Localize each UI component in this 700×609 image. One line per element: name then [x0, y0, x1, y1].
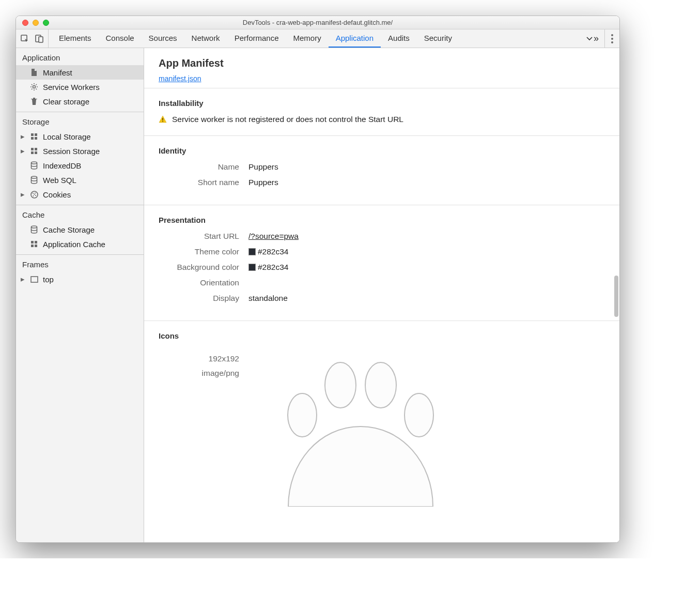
section-title: Icons: [159, 331, 605, 340]
label-orientation: Orientation: [159, 278, 239, 287]
svg-rect-25: [31, 277, 38, 282]
tab-audits[interactable]: Audits: [381, 29, 417, 48]
section-title: Identity: [159, 146, 605, 155]
svg-point-18: [33, 195, 34, 196]
value-display: standalone: [248, 294, 288, 303]
sidebar-item-indexeddb[interactable]: ▸IndexedDB: [16, 158, 144, 173]
tab-performance[interactable]: Performance: [227, 29, 286, 48]
section-title: Presentation: [159, 216, 605, 224]
sidebar-item-manifest[interactable]: ▸Manifest: [16, 65, 144, 80]
svg-point-20: [32, 226, 37, 228]
sidebar-item-label: top: [43, 275, 54, 284]
tab-network[interactable]: Network: [184, 29, 227, 48]
svg-point-17: [35, 195, 36, 196]
tabs-overflow-icon[interactable]: »: [580, 29, 604, 48]
svg-point-31: [405, 393, 433, 437]
grid-icon: [29, 240, 39, 248]
sidebar-group: ▸Manifest▸Service Workers▸Clear storage: [16, 65, 144, 112]
svg-rect-6: [31, 137, 34, 140]
sidebar-item-cache-storage[interactable]: ▸Cache Storage: [16, 222, 144, 237]
tab-security[interactable]: Security: [417, 29, 459, 48]
sidebar-item-web-sql[interactable]: ▸Web SQL: [16, 173, 144, 187]
svg-point-16: [35, 192, 36, 193]
sidebar-item-local-storage[interactable]: ▸Local Storage: [16, 129, 144, 144]
tab-console[interactable]: Console: [99, 29, 142, 48]
sidebar-group-title: Cache: [16, 205, 144, 222]
sidebar-group-title: Storage: [16, 112, 144, 129]
icon-size: 192x192: [159, 352, 239, 366]
tab-application[interactable]: Application: [329, 29, 381, 48]
menu-button[interactable]: [604, 29, 619, 48]
trash-icon: [29, 97, 39, 105]
value-theme-color: #282c34: [248, 247, 288, 256]
svg-rect-23: [31, 245, 34, 247]
sidebar-item-cookies[interactable]: ▸Cookies: [16, 187, 144, 202]
svg-rect-7: [35, 137, 37, 140]
section-title: Installability: [159, 99, 605, 108]
scrollbar[interactable]: [614, 276, 618, 317]
sidebar-group-title: Frames: [16, 255, 144, 272]
cookie-icon: [29, 191, 39, 199]
label-shortname: Short name: [159, 178, 239, 187]
caret-icon: ▸: [20, 190, 25, 199]
database-icon: [29, 161, 39, 170]
main-panel: App Manifest manifest.json Installabilit…: [144, 48, 619, 542]
sidebar-group: ▸Local Storage▸Session Storage▸IndexedDB…: [16, 129, 144, 205]
sidebar-item-label: Cookies: [43, 190, 71, 199]
sidebar-item-label: Manifest: [43, 68, 72, 77]
frame-icon: [29, 276, 39, 283]
label-start-url: Start URL: [159, 232, 239, 241]
grid-icon: [29, 133, 39, 140]
gear-icon: [29, 83, 39, 91]
sidebar-item-application-cache[interactable]: ▸Application Cache: [16, 237, 144, 251]
svg-point-30: [365, 362, 396, 408]
caret-icon: ▸: [20, 275, 25, 284]
sidebar-item-label: IndexedDB: [43, 161, 81, 170]
manifest-link[interactable]: manifest.json: [159, 74, 201, 83]
value-bg-color: #282c34: [248, 263, 288, 272]
tabbar: ElementsConsoleSourcesNetworkPerformance…: [16, 29, 619, 48]
section-installability: Installability Service worker is not reg…: [144, 88, 619, 135]
database-icon: [29, 176, 39, 184]
sidebar-group: ▸Cache Storage▸Application Cache: [16, 222, 144, 254]
svg-rect-5: [35, 133, 37, 136]
svg-rect-24: [35, 245, 37, 247]
svg-rect-9: [35, 148, 37, 150]
svg-point-12: [32, 162, 37, 164]
kebab-icon: [611, 34, 613, 43]
device-toggle-icon[interactable]: [35, 34, 44, 43]
tab-memory[interactable]: Memory: [286, 29, 329, 48]
svg-point-15: [33, 193, 34, 194]
icon-meta: 192x192 image/png: [159, 352, 239, 508]
icon-preview: [255, 352, 461, 508]
svg-point-28: [288, 393, 317, 437]
value-shortname: Puppers: [248, 178, 278, 187]
svg-rect-2: [39, 37, 43, 42]
color-swatch: [248, 264, 256, 271]
svg-rect-22: [35, 241, 37, 243]
sidebar-item-service-workers[interactable]: ▸Service Workers: [16, 80, 144, 94]
devtools-window: DevTools - cra-web-app-manifest-defaut.g…: [15, 16, 620, 543]
label-bg-color: Background color: [159, 263, 239, 272]
caret-icon: ▸: [20, 132, 25, 141]
panel-header: App Manifest manifest.json: [144, 48, 619, 88]
sidebar-group-title: Application: [16, 48, 144, 65]
section-identity: Identity NamePuppers Short namePuppers: [144, 135, 619, 205]
tab-sources[interactable]: Sources: [142, 29, 184, 48]
svg-point-19: [34, 194, 35, 195]
svg-point-13: [32, 176, 37, 178]
value-start-url[interactable]: /?source=pwa: [248, 232, 299, 241]
content-area: Application▸Manifest▸Service Workers▸Cle…: [16, 48, 619, 542]
sidebar: Application▸Manifest▸Service Workers▸Cle…: [16, 48, 144, 542]
sidebar-item-session-storage[interactable]: ▸Session Storage: [16, 144, 144, 158]
warning-row: Service worker is not registered or does…: [159, 115, 605, 124]
inspect-icon[interactable]: [20, 34, 29, 43]
svg-point-29: [325, 362, 356, 408]
sidebar-item-label: Cache Storage: [43, 225, 95, 234]
tab-elements[interactable]: Elements: [52, 29, 99, 48]
sidebar-item-clear-storage[interactable]: ▸Clear storage: [16, 94, 144, 109]
sidebar-item-top[interactable]: ▸top: [16, 272, 144, 286]
icon-mime: image/png: [159, 366, 239, 380]
caret-icon: ▸: [20, 146, 25, 156]
titlebar: DevTools - cra-web-app-manifest-defaut.g…: [16, 16, 619, 29]
